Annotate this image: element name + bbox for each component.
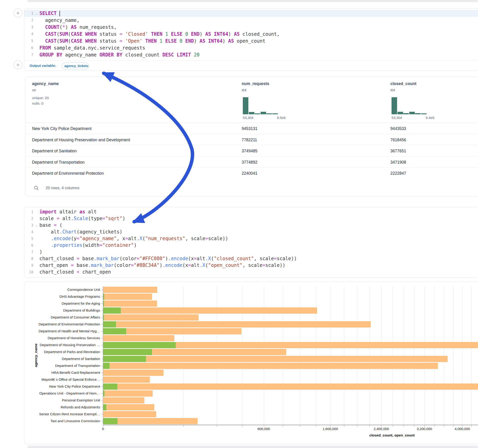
code-token: ) [122, 216, 125, 221]
code-token: AS [205, 31, 211, 37]
code-token: CAST [45, 31, 57, 37]
code-token: "closed_count" [214, 256, 254, 261]
code-token: = [76, 256, 79, 261]
code-token: = [54, 222, 57, 228]
code-token [39, 236, 51, 241]
code-text: ) [39, 249, 42, 255]
code-token: import [39, 209, 57, 215]
code-token: WHEN [85, 38, 97, 44]
output-variable-bar: Output variable: agency_tickets [24, 61, 478, 71]
collapse-chevron-icon[interactable]: ⌄ [33, 10, 39, 17]
text-cursor [59, 11, 60, 16]
code-token: .Scale [71, 216, 88, 221]
code-token: closed_count [122, 52, 163, 58]
code-token: ( [205, 262, 208, 268]
code-token: END [191, 31, 200, 37]
code-token [205, 38, 208, 44]
code-token: ORDER BY [99, 52, 122, 58]
code-line[interactable]: 9chart_open = base.mark_bar(color="#8BC3… [24, 262, 478, 269]
code-line[interactable]: 7GROUP BY agency_name ORDER BY closed_co… [24, 51, 478, 58]
code-line[interactable]: 7) [24, 249, 478, 255]
code-token: 0 [180, 38, 182, 44]
histogram-bar [243, 97, 248, 114]
code-token: END [185, 38, 194, 44]
column-header[interactable]: num_requests [242, 81, 269, 86]
collapse-chevron-icon[interactable]: ⌄ [33, 222, 39, 229]
code-token [174, 52, 177, 58]
sql-cell: 1⌄SELECT 2 agency_name,3 COUNT(*) AS num… [24, 8, 478, 71]
code-token: = [188, 262, 191, 268]
code-text: base = ( [39, 222, 62, 229]
search-icon[interactable] [34, 186, 39, 191]
code-line[interactable]: 1⌄SELECT [24, 10, 478, 17]
line-number: 2 [24, 215, 33, 222]
code-token: = [205, 236, 208, 241]
line-number: 10 [24, 269, 33, 275]
code-token: alt [39, 229, 59, 235]
code-line[interactable]: 3 COUNT(*) AS num_requests, [24, 24, 478, 31]
code-line[interactable]: 4 alt.Chart(agency_tickets) [24, 229, 478, 235]
table-row: Department of Transportation377489234719… [25, 156, 478, 168]
python-code-editor[interactable]: 1import altair as alt2scale = alt.Scale(… [24, 209, 478, 275]
add-cell-button[interactable]: + [14, 8, 22, 17]
code-token: ( [211, 256, 214, 261]
line-number: 1 [24, 209, 33, 215]
code-token: "num_requests" [145, 236, 185, 241]
collapsed-cell-strip-top [27, 0, 478, 2]
code-token: = [99, 243, 102, 248]
add-cell-button[interactable]: + [14, 60, 22, 69]
code-token: num_requests, [76, 25, 117, 30]
code-line[interactable]: 6FROM sample_data.nyc.service_requests [24, 44, 478, 51]
line-number: 6 [24, 242, 33, 249]
code-token: "#FFC080" [139, 256, 165, 261]
code-line[interactable]: 10chart_closed + chart_open [24, 269, 478, 275]
code-line[interactable]: 3⌄base = ( [24, 222, 478, 229]
code-token: .X [205, 256, 211, 261]
cell-num-requests: 9453131 [242, 123, 257, 134]
cell-num-requests: 2240041 [242, 168, 257, 179]
code-token: .Chart [59, 229, 76, 235]
code-token [39, 243, 51, 248]
sql-code-editor[interactable]: 1⌄SELECT 2 agency_name,3 COUNT(*) AS num… [24, 10, 478, 58]
code-token: (x [188, 256, 194, 261]
table-row: Department of Sanitation37494853677651 [25, 145, 478, 157]
cell-closed-count: 7618456 [390, 134, 406, 146]
code-token: status [97, 31, 120, 37]
code-line[interactable]: 2scale = alt.Scale(type="sqrt") [24, 215, 478, 222]
code-line[interactable]: 5 CAST(SUM(CASE WHEN status = 'Open' THE… [24, 37, 478, 44]
column-header[interactable]: agency_name [32, 81, 59, 86]
code-line[interactable]: 2 agency_name, [24, 17, 478, 24]
code-line[interactable]: 4 CAST(SUM(CASE WHEN status = 'Closed' T… [24, 31, 478, 37]
code-token: * [62, 25, 65, 30]
code-token: open_count [234, 38, 265, 44]
code-token: base [80, 256, 94, 261]
code-token: = [125, 236, 128, 241]
line-number: 2 [24, 17, 33, 24]
code-token: ) [200, 31, 205, 37]
line-number: 3 [24, 222, 33, 229]
code-token: SELECT [39, 11, 57, 16]
code-line[interactable]: 8chart_closed = base.mark_bar(color="#FF… [24, 255, 478, 262]
code-token [122, 38, 125, 44]
column-type: i64 [242, 88, 246, 92]
output-variable-pill[interactable]: agency_tickets [62, 62, 89, 69]
code-token: = [120, 38, 122, 44]
code-line[interactable]: 5 .encode(y="agency_name", x=alt.X("num_… [24, 235, 478, 242]
histogram-bar [255, 113, 260, 115]
code-token: ( [68, 31, 71, 37]
table-row: Department of Environmental Protection22… [25, 168, 478, 179]
code-token [122, 31, 125, 37]
code-line[interactable]: 6 .properties(width="container") [24, 242, 478, 249]
code-token: agency_name [62, 52, 99, 58]
code-token: + [76, 269, 79, 275]
code-token: ) [165, 256, 168, 261]
column-stat: nulls: 0 [32, 101, 43, 106]
row-count-summary: 20 rows, 4 columns [46, 186, 79, 190]
code-line[interactable]: 1import altair as alt [24, 209, 478, 215]
table-row: Department of Housing Preservation and D… [25, 134, 478, 146]
histogram-bar [272, 113, 278, 114]
code-token: agency_name, [39, 18, 80, 23]
code-token: ( [68, 38, 71, 44]
code-token: scale)) [277, 256, 297, 261]
column-header[interactable]: closed_count [390, 81, 416, 86]
